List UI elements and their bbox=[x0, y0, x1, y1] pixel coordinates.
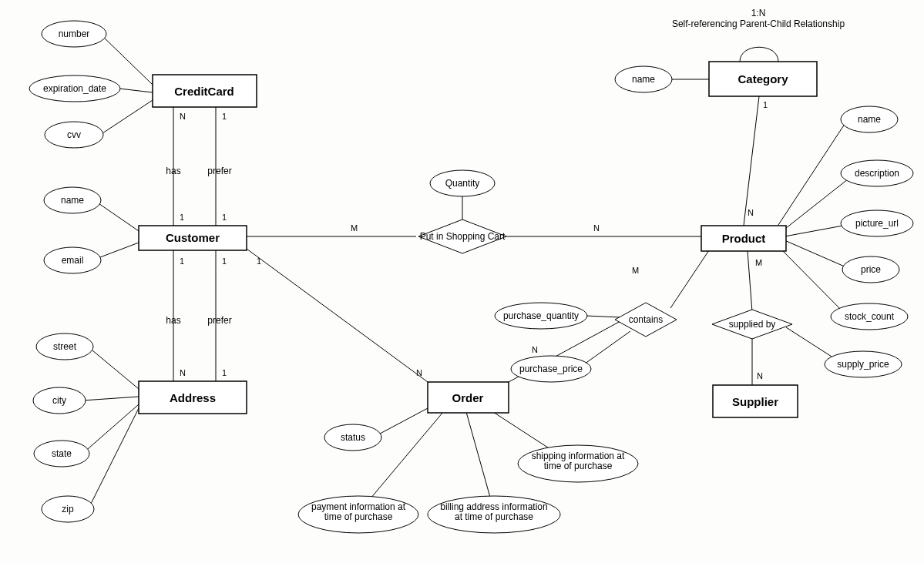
svg-text:stock_count: stock_count bbox=[845, 311, 895, 322]
svg-line-0 bbox=[100, 34, 153, 85]
svg-text:contains: contains bbox=[629, 314, 664, 325]
svg-text:Order: Order bbox=[452, 391, 484, 404]
svg-line-23 bbox=[247, 249, 428, 382]
card-cust-order-1: 1 bbox=[257, 256, 261, 266]
svg-text:expiration_date: expiration_date bbox=[43, 83, 106, 94]
attr-order-status: status bbox=[324, 424, 381, 451]
svg-text:supplied by: supplied by bbox=[729, 319, 776, 330]
svg-text:street: street bbox=[53, 341, 77, 352]
svg-text:name: name bbox=[858, 114, 881, 125]
svg-text:city: city bbox=[52, 395, 66, 406]
card-cat-1: 1 bbox=[763, 100, 768, 109]
svg-text:Customer: Customer bbox=[166, 231, 220, 244]
label-addr-prefer: prefer bbox=[207, 315, 231, 326]
card-addr-prefer-top: 1 bbox=[222, 256, 227, 266]
svg-text:description: description bbox=[855, 168, 899, 179]
svg-line-33 bbox=[466, 412, 493, 508]
svg-text:email: email bbox=[62, 255, 84, 266]
svg-line-22 bbox=[744, 96, 759, 226]
label-cc-has: has bbox=[166, 166, 180, 176]
svg-text:Category: Category bbox=[738, 72, 788, 85]
svg-line-7 bbox=[82, 404, 139, 454]
card-addr-has-top: 1 bbox=[180, 256, 184, 266]
svg-text:CreditCard: CreditCard bbox=[174, 85, 234, 98]
attr-address-zip: zip bbox=[42, 496, 94, 522]
attr-cc-cvv: cvv bbox=[45, 122, 103, 148]
relationship-supplied-by: supplied by bbox=[712, 310, 792, 339]
svg-line-14 bbox=[778, 246, 848, 317]
svg-text:Quantity: Quantity bbox=[445, 178, 480, 189]
attr-order-billing-text: billing address informationat time of pu… bbox=[440, 501, 547, 522]
attr-cc-expiration: expiration_date bbox=[29, 75, 120, 102]
card-addr-prefer-bot: 1 bbox=[222, 368, 227, 377]
attr-customer-email: email bbox=[44, 247, 101, 273]
er-diagram: rect.entity { fill:#ffffff; stroke:#000;… bbox=[0, 0, 924, 563]
entity-address: Address bbox=[139, 381, 247, 414]
attr-contains-price: purchase_price bbox=[511, 356, 591, 382]
entity-product: Product bbox=[701, 226, 786, 251]
attr-product-description: description bbox=[841, 160, 913, 186]
svg-line-25 bbox=[670, 250, 709, 308]
svg-line-1 bbox=[119, 89, 153, 92]
attr-order-payment: payment information attime of purchase bbox=[298, 496, 418, 533]
entity-category: Category bbox=[709, 62, 817, 96]
attr-cc-number: number bbox=[42, 21, 106, 47]
attr-address-street: street bbox=[36, 333, 93, 360]
label-cc-prefer: prefer bbox=[207, 166, 231, 176]
svg-text:zip: zip bbox=[62, 504, 74, 514]
attr-contains-quantity: purchase_quantity bbox=[495, 303, 587, 329]
svg-text:picture_url: picture_url bbox=[855, 218, 899, 229]
label-addr-has: has bbox=[166, 315, 180, 326]
card-supplied-M: M bbox=[755, 258, 762, 267]
svg-line-2 bbox=[100, 100, 153, 135]
svg-text:Put in Shopping Cart: Put in Shopping Cart bbox=[420, 231, 506, 242]
svg-text:state: state bbox=[52, 448, 72, 459]
card-cc-prefer-bot: 1 bbox=[222, 213, 227, 222]
attr-product-name: name bbox=[841, 106, 898, 132]
attr-supply-price: supply_price bbox=[825, 351, 902, 377]
svg-text:status: status bbox=[341, 432, 365, 443]
self-reference-note: 1:NSelf-referencing Parent-Child Relatio… bbox=[672, 8, 845, 29]
card-cat-N: N bbox=[748, 208, 754, 217]
attr-order-payment-text: payment information attime of purchase bbox=[311, 501, 406, 522]
svg-text:name: name bbox=[632, 74, 655, 85]
svg-text:purchase_price: purchase_price bbox=[519, 364, 583, 374]
attr-address-state: state bbox=[34, 441, 89, 467]
svg-line-4 bbox=[94, 243, 139, 260]
svg-text:cvv: cvv bbox=[67, 129, 81, 140]
svg-line-28 bbox=[748, 251, 752, 312]
relationship-put-in-cart: Put in Shopping Cart bbox=[418, 220, 506, 253]
svg-line-26 bbox=[586, 316, 620, 317]
attr-order-shipping-text: shipping information attime of purchase bbox=[532, 451, 625, 471]
svg-line-3 bbox=[94, 200, 139, 231]
svg-line-10 bbox=[778, 119, 848, 225]
svg-text:name: name bbox=[61, 195, 84, 206]
svg-text:price: price bbox=[861, 264, 881, 275]
svg-line-5 bbox=[88, 347, 139, 389]
attr-product-stock-count: stock_count bbox=[831, 303, 908, 330]
attr-category-name: name bbox=[615, 66, 672, 92]
svg-text:supply_price: supply_price bbox=[837, 359, 889, 370]
svg-line-13 bbox=[785, 240, 852, 270]
attr-product-picture-url: picture_url bbox=[841, 210, 913, 236]
attr-product-price: price bbox=[842, 256, 899, 283]
attr-address-city: city bbox=[33, 387, 86, 414]
svg-text:Supplier: Supplier bbox=[732, 395, 778, 408]
svg-line-27 bbox=[582, 331, 630, 366]
card-supplied-N: N bbox=[757, 371, 763, 380]
svg-line-6 bbox=[82, 397, 139, 400]
svg-line-8 bbox=[89, 408, 139, 508]
entity-order: Order bbox=[428, 382, 509, 413]
entity-customer: Customer bbox=[139, 226, 247, 250]
card-contains-N: N bbox=[532, 345, 538, 354]
svg-text:purchase_quantity: purchase_quantity bbox=[503, 310, 579, 321]
attr-order-shipping: shipping information attime of purchase bbox=[518, 445, 638, 482]
card-addr-has-bot: N bbox=[180, 368, 186, 377]
entity-supplier: Supplier bbox=[713, 385, 798, 417]
card-cart-M: M bbox=[351, 223, 358, 233]
attr-order-billing: billing address informationat time of pu… bbox=[428, 496, 560, 533]
svg-text:Product: Product bbox=[722, 232, 766, 245]
entity-creditcard: CreditCard bbox=[153, 75, 257, 107]
card-contains-M: M bbox=[632, 266, 639, 275]
card-cc-has-bot: 1 bbox=[180, 213, 184, 222]
